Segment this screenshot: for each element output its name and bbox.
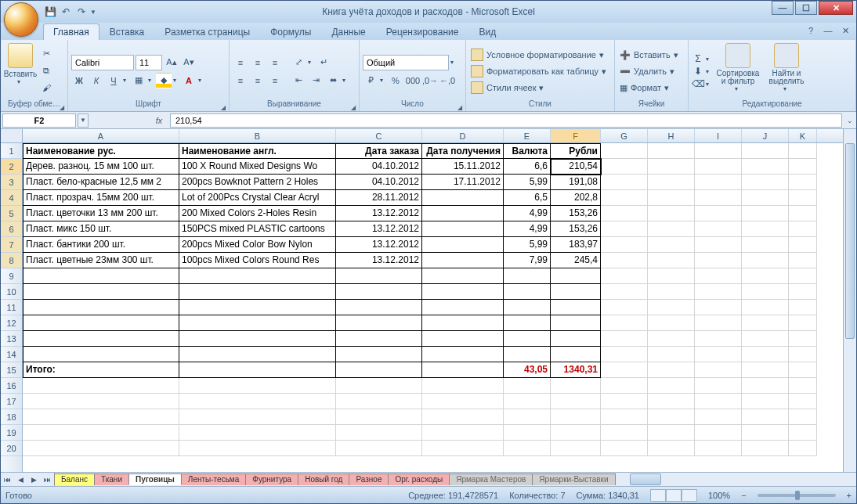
cell-I5[interactable] — [695, 206, 742, 221]
cell-H7[interactable] — [648, 237, 695, 253]
cell-J7[interactable] — [742, 237, 789, 253]
align-left-icon[interactable]: ≡ — [233, 73, 248, 88]
view-layout-icon[interactable] — [666, 489, 682, 502]
cell-C7[interactable]: 13.12.2012 — [336, 237, 422, 253]
row-header-18[interactable]: 18 — [1, 409, 22, 425]
row-header-4[interactable]: 4 — [1, 190, 22, 206]
cell-F13[interactable] — [551, 331, 601, 347]
sheet-tab-7[interactable]: Орг. расходы — [388, 473, 450, 485]
cell-E16[interactable] — [504, 378, 551, 394]
cell-B19[interactable] — [179, 425, 336, 441]
cell-C1[interactable]: Дата заказа — [336, 143, 422, 159]
column-header-I[interactable]: I — [695, 129, 742, 142]
tab-view[interactable]: Вид — [468, 23, 506, 40]
zoom-in-icon[interactable]: + — [847, 491, 852, 500]
cell-C18[interactable] — [336, 409, 422, 425]
cell-C6[interactable]: 13.12.2012 — [336, 221, 422, 237]
cell-B4[interactable]: Lot of 200Pcs Crystal Clear Acryl — [179, 190, 336, 206]
cell-C16[interactable] — [336, 378, 422, 394]
column-header-J[interactable]: J — [742, 129, 789, 142]
cell-A20[interactable] — [23, 441, 179, 456]
font-color-icon[interactable]: A — [181, 73, 197, 88]
cell-C5[interactable]: 13.12.2012 — [336, 206, 422, 221]
align-center-icon[interactable]: ≡ — [250, 73, 266, 88]
row-header-13[interactable]: 13 — [1, 331, 22, 347]
column-header-C[interactable]: C — [336, 129, 422, 142]
sheet-prev-icon[interactable]: ◀ — [14, 473, 27, 486]
cell-H17[interactable] — [648, 394, 695, 409]
cell-A12[interactable] — [23, 315, 179, 331]
row-header-16[interactable]: 16 — [1, 378, 22, 394]
cell-J14[interactable] — [742, 347, 789, 362]
cell-E5[interactable]: 4,99 — [504, 206, 551, 221]
cell-A17[interactable] — [23, 394, 179, 409]
sheet-tab-9[interactable]: Ярмарки-Выставки — [532, 473, 615, 485]
cell-F12[interactable] — [551, 315, 601, 331]
cell-B3[interactable]: 200pcs Bowknot Pattern 2 Holes — [179, 175, 336, 190]
cell-D1[interactable]: Дата получения — [422, 143, 504, 159]
cell-E11[interactable] — [504, 300, 551, 315]
cell-H16[interactable] — [648, 378, 695, 394]
cell-E14[interactable] — [504, 347, 551, 362]
clipboard-launcher-icon[interactable]: ◢ — [60, 104, 64, 111]
cell-F10[interactable] — [551, 284, 601, 300]
cell-I4[interactable] — [695, 190, 742, 206]
cell-F14[interactable] — [551, 347, 601, 362]
help-icon[interactable]: ? — [805, 24, 817, 37]
cell-B20[interactable] — [179, 441, 336, 456]
view-pagebreak-icon[interactable] — [682, 489, 697, 502]
row-header-9[interactable]: 9 — [1, 268, 22, 284]
copy-icon[interactable]: ⧉ — [38, 63, 54, 78]
close-button[interactable]: ✕ — [819, 1, 853, 15]
column-header-B[interactable]: B — [179, 129, 336, 142]
cell-J15[interactable] — [742, 362, 789, 378]
cell-G7[interactable] — [601, 237, 648, 253]
row-header-11[interactable]: 11 — [1, 300, 22, 315]
cell-E18[interactable] — [504, 409, 551, 425]
cell-K3[interactable] — [789, 175, 817, 190]
cell-D9[interactable] — [422, 268, 504, 284]
column-header-H[interactable]: H — [648, 129, 695, 142]
cell-H18[interactable] — [648, 409, 695, 425]
row-header-2[interactable]: 2 — [1, 159, 22, 175]
cell-G8[interactable] — [601, 253, 648, 268]
cell-D6[interactable] — [422, 221, 504, 237]
cell-K7[interactable] — [789, 237, 817, 253]
cell-H3[interactable] — [648, 175, 695, 190]
cell-K2[interactable] — [789, 159, 817, 175]
cell-J8[interactable] — [742, 253, 789, 268]
cell-C8[interactable]: 13.12.2012 — [336, 253, 422, 268]
decrease-font-icon[interactable]: A▾ — [181, 55, 197, 70]
border-icon[interactable]: ▦ — [131, 73, 146, 88]
name-box-dropdown[interactable]: ▼ — [78, 113, 89, 128]
formula-expand-icon[interactable]: ⌄ — [844, 117, 856, 124]
zoom-slider[interactable] — [758, 494, 836, 497]
cell-H11[interactable] — [648, 300, 695, 315]
cell-B6[interactable]: 150PCS mixed PLASTIC cartoons — [179, 221, 336, 237]
cell-F8[interactable]: 245,4 — [551, 253, 601, 268]
cell-K10[interactable] — [789, 284, 817, 300]
cell-I9[interactable] — [695, 268, 742, 284]
cell-H15[interactable] — [648, 362, 695, 378]
cell-K18[interactable] — [789, 409, 817, 425]
cell-F4[interactable]: 202,8 — [551, 190, 601, 206]
cell-G5[interactable] — [601, 206, 648, 221]
cell-A5[interactable]: Пласт. цветочки 13 мм 200 шт. — [23, 206, 179, 221]
zoom-level[interactable]: 100% — [708, 491, 730, 500]
cell-I13[interactable] — [695, 331, 742, 347]
sheet-tab-4[interactable]: Фурнитура — [245, 473, 298, 485]
sheet-next-icon[interactable]: ▶ — [27, 473, 41, 486]
cell-I7[interactable] — [695, 237, 742, 253]
cell-C4[interactable]: 28.11.2012 — [336, 190, 422, 206]
sheet-tab-1[interactable]: Ткани — [94, 473, 129, 485]
cell-D11[interactable] — [422, 300, 504, 315]
cell-G11[interactable] — [601, 300, 648, 315]
align-right-icon[interactable]: ≡ — [267, 73, 283, 88]
cell-F17[interactable] — [551, 394, 601, 409]
cell-K12[interactable] — [789, 315, 817, 331]
cell-K14[interactable] — [789, 347, 817, 362]
font-name-input[interactable] — [71, 55, 134, 70]
cell-K6[interactable] — [789, 221, 817, 237]
cell-H8[interactable] — [648, 253, 695, 268]
cell-H14[interactable] — [648, 347, 695, 362]
